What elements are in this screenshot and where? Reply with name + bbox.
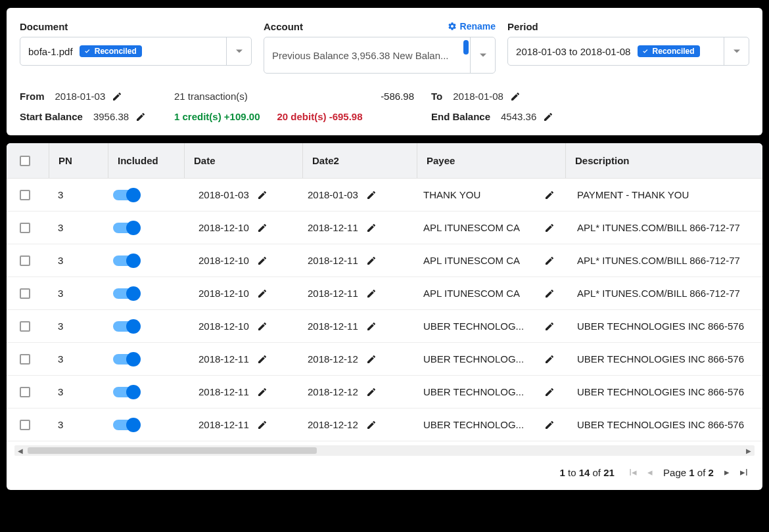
cell-payee: UBER TECHNOLOG... xyxy=(423,386,524,397)
gear-icon xyxy=(448,22,457,31)
edit-icon[interactable] xyxy=(257,387,268,397)
included-toggle[interactable] xyxy=(113,190,139,200)
edit-icon[interactable] xyxy=(366,288,377,299)
debits-summary: 20 debit(s) -695.98 xyxy=(277,111,363,122)
scroll-right-icon[interactable]: ▶ xyxy=(744,446,753,455)
edit-icon[interactable] xyxy=(543,112,553,122)
edit-icon[interactable] xyxy=(366,190,377,200)
included-toggle[interactable] xyxy=(113,255,139,266)
edit-icon[interactable] xyxy=(366,354,377,365)
select-all-checkbox[interactable] xyxy=(20,156,30,166)
cell-pn: 3 xyxy=(49,255,108,266)
edit-icon[interactable] xyxy=(257,190,268,200)
pager-prev-icon[interactable]: ◂ xyxy=(647,466,653,478)
row-checkbox[interactable] xyxy=(20,387,30,397)
edit-icon[interactable] xyxy=(544,288,555,299)
period-select[interactable]: 2018-01-03 to 2018-01-08 Reconciled xyxy=(507,37,749,66)
edit-icon[interactable] xyxy=(366,255,377,266)
row-checkbox[interactable] xyxy=(20,190,30,200)
chevron-down-icon[interactable] xyxy=(724,37,749,65)
edit-icon[interactable] xyxy=(257,288,268,299)
included-toggle[interactable] xyxy=(113,354,139,365)
document-select[interactable]: bofa-1.pdf Reconciled xyxy=(20,37,252,66)
col-included[interactable]: Included xyxy=(108,143,184,178)
cell-payee: APL ITUNESCOM CA xyxy=(423,222,520,233)
scroll-thumb[interactable] xyxy=(28,447,317,454)
rename-button[interactable]: Rename xyxy=(448,21,496,32)
cell-date2: 2018-12-12 xyxy=(308,353,358,365)
included-toggle[interactable] xyxy=(113,387,139,397)
filters-row: Document bofa-1.pdf Reconciled Account xyxy=(20,20,749,74)
col-payee[interactable]: Payee xyxy=(417,143,565,178)
edit-icon[interactable] xyxy=(257,223,268,233)
cell-date2: 2018-12-11 xyxy=(308,321,358,332)
edit-icon[interactable] xyxy=(544,255,555,266)
edit-icon[interactable] xyxy=(257,255,268,266)
chevron-down-icon[interactable] xyxy=(226,37,251,65)
edit-icon[interactable] xyxy=(544,321,555,332)
table-row: 32018-12-112018-12-12UBER TECHNOLOG...UB… xyxy=(7,409,762,441)
included-toggle[interactable] xyxy=(113,420,139,430)
cell-description: APL* ITUNES.COM/BILL 866-712-77 xyxy=(565,288,753,299)
edit-icon[interactable] xyxy=(257,321,268,332)
col-date2[interactable]: Date2 xyxy=(302,143,417,178)
reconciled-badge: Reconciled xyxy=(638,45,700,57)
included-toggle[interactable] xyxy=(113,288,139,299)
pager-next-icon[interactable]: ▸ xyxy=(724,466,730,478)
end-balance-label: End Balance xyxy=(431,111,490,122)
cell-pn: 3 xyxy=(49,222,108,233)
edit-icon[interactable] xyxy=(544,354,555,365)
edit-icon[interactable] xyxy=(257,420,268,430)
pager-page-label: Page 1 of 2 xyxy=(663,467,714,478)
cell-date: 2018-12-10 xyxy=(198,255,249,266)
cell-pn: 3 xyxy=(49,353,108,365)
table-row: 32018-12-112018-12-12UBER TECHNOLOG...UB… xyxy=(7,376,762,409)
row-checkbox[interactable] xyxy=(20,321,30,332)
cell-date2: 2018-12-11 xyxy=(308,222,358,233)
row-checkbox[interactable] xyxy=(20,354,30,365)
col-date[interactable]: Date xyxy=(184,143,302,178)
included-toggle[interactable] xyxy=(113,321,139,332)
to-label: To xyxy=(431,91,442,102)
from-label: From xyxy=(20,91,45,102)
row-checkbox[interactable] xyxy=(20,255,30,266)
filter-document: Document bofa-1.pdf Reconciled xyxy=(20,20,252,66)
edit-icon[interactable] xyxy=(366,387,377,397)
cell-date: 2018-12-11 xyxy=(198,386,249,397)
edit-icon[interactable] xyxy=(544,387,555,397)
summary-row: From 2018-01-03 Start Balance 3956.38 21… xyxy=(20,91,749,122)
edit-icon[interactable] xyxy=(510,91,521,102)
edit-icon[interactable] xyxy=(544,190,555,200)
horizontal-scrollbar[interactable]: ◀ ▶ xyxy=(14,445,755,456)
row-checkbox[interactable] xyxy=(20,223,30,233)
edit-icon[interactable] xyxy=(112,91,122,102)
edit-icon[interactable] xyxy=(544,223,555,233)
row-checkbox[interactable] xyxy=(20,288,30,299)
col-description[interactable]: Description xyxy=(565,143,753,178)
col-pn[interactable]: PN xyxy=(49,143,108,178)
edit-icon[interactable] xyxy=(135,112,146,122)
chevron-down-icon[interactable] xyxy=(470,37,495,73)
cell-payee: UBER TECHNOLOG... xyxy=(423,321,524,332)
row-checkbox[interactable] xyxy=(20,420,30,430)
edit-icon[interactable] xyxy=(366,223,377,233)
edit-icon[interactable] xyxy=(257,354,268,365)
pager-last-icon[interactable]: ▸I xyxy=(740,466,748,478)
resize-handle-icon[interactable] xyxy=(463,40,469,55)
account-select[interactable]: Previous Balance 3,956.38 New Balan... xyxy=(264,37,496,74)
cell-date2: 2018-12-11 xyxy=(308,288,358,299)
table-header: PN Included Date Date2 Payee Description xyxy=(7,143,762,179)
edit-icon[interactable] xyxy=(366,420,377,430)
scroll-left-icon[interactable]: ◀ xyxy=(16,446,25,455)
edit-icon[interactable] xyxy=(366,321,377,332)
cell-date: 2018-12-11 xyxy=(198,353,249,365)
cell-description: PAYMENT - THANK YOU xyxy=(565,189,753,200)
pager-first-icon[interactable]: I◂ xyxy=(629,466,637,478)
table-row: 32018-12-102018-12-11APL ITUNESCOM CAAPL… xyxy=(7,211,762,244)
included-toggle[interactable] xyxy=(113,223,139,233)
edit-icon[interactable] xyxy=(544,420,555,430)
cell-pn: 3 xyxy=(49,189,108,200)
cell-payee: APL ITUNESCOM CA xyxy=(423,288,520,299)
cell-pn: 3 xyxy=(49,419,108,430)
cell-description: UBER TECHNOLOGIES INC 866-576 xyxy=(565,386,753,397)
